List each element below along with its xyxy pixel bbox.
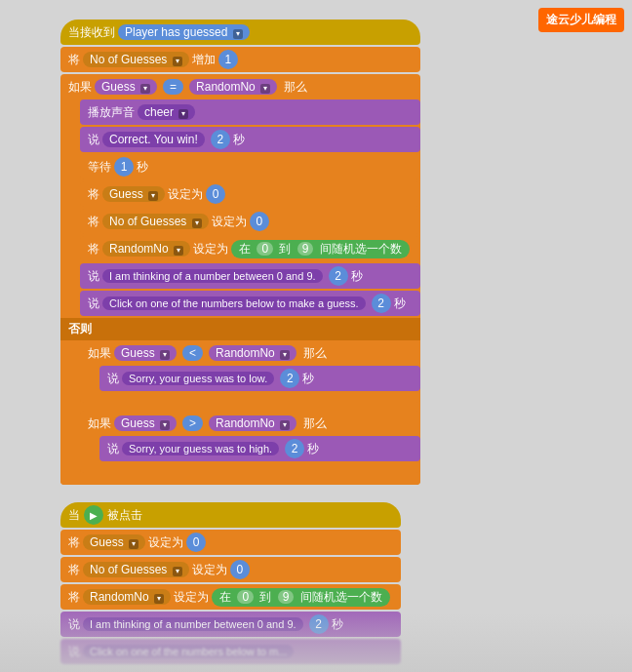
say4-sec: 秒 (302, 371, 314, 387)
hat-label: 当接收到 (68, 24, 115, 41)
say-num[interactable]: 2 (211, 130, 230, 149)
if3-label: 如果 (88, 415, 111, 432)
hat-dropdown[interactable]: ▾ (233, 29, 243, 39)
if3-header[interactable]: 如果 Guess ▾ > RandomNo ▾ 那么 (80, 411, 420, 436)
if2-header[interactable]: 如果 Guess ▾ < RandomNo ▾ 那么 (80, 340, 420, 366)
if-low-block: 如果 Guess ▾ < RandomNo ▾ 那么 (80, 340, 420, 403)
if-var1[interactable]: Guess ▾ (95, 79, 157, 95)
flag-hat-label: 当 (68, 507, 80, 524)
flag-set-guess[interactable]: 将 Guess ▾ 设定为 0 (60, 530, 401, 555)
if2-var1[interactable]: Guess ▾ (114, 345, 177, 361)
say5-num[interactable]: 2 (285, 439, 304, 458)
say2-label: 说 (88, 268, 99, 285)
if-op[interactable]: = (163, 79, 183, 95)
set-random-block[interactable]: 将 RandomNo ▾ 设定为 在 0 到 9 间随机选一个数 (80, 236, 420, 261)
increase-label: 将 (68, 52, 80, 68)
say2-sec: 秒 (351, 268, 363, 285)
set-guesses-block[interactable]: 将 No of Guesses ▾ 设定为 0 (80, 209, 420, 234)
set-val[interactable]: 0 (206, 184, 225, 204)
wait-label: 等待 (88, 159, 111, 176)
if3-body: 说 Sorry, your guess was to high. 2 秒 (99, 436, 420, 461)
set2-val[interactable]: 0 (250, 212, 269, 231)
hat-block[interactable]: 当接收到 Player has guessed ▾ (60, 20, 420, 45)
say-low-block[interactable]: 说 Sorry, your guess was to low. 2 秒 (99, 366, 420, 391)
if2-then: 那么 (303, 345, 327, 362)
set3-label: 将 (88, 241, 99, 257)
increase-var[interactable]: No of Guesses ▾ (83, 52, 189, 67)
wait-block[interactable]: 等待 1 秒 (80, 154, 420, 179)
if-header[interactable]: 如果 Guess ▾ = RandomNo ▾ 那么 (60, 74, 420, 99)
say-click-block[interactable]: 说 Click on one of the numbers below to m… (80, 291, 420, 316)
var-dropdown[interactable]: ▾ (173, 57, 182, 66)
else-body: 如果 Guess ▾ < RandomNo ▾ 那么 (80, 340, 420, 473)
say4-label: 说 (107, 371, 119, 387)
if2-op[interactable]: < (182, 345, 203, 361)
increase-action: 增加 (192, 52, 216, 68)
if3-var2[interactable]: RandomNo ▾ (209, 415, 296, 431)
say-correct-block[interactable]: 说 Correct. You win! 2 秒 (80, 127, 420, 152)
if-else-block: 如果 Guess ▾ = RandomNo ▾ 那么 播放声音 (60, 74, 420, 485)
set2-to: 设定为 (212, 214, 247, 230)
if-then: 那么 (284, 79, 307, 96)
hat-value[interactable]: Player has guessed ▾ (118, 24, 250, 40)
say-thinking-block[interactable]: 说 I am thinking of a number between 0 an… (80, 263, 420, 289)
play-sound-block[interactable]: 播放声音 cheer ▾ (80, 99, 420, 125)
block-group-1: 当接收到 Player has guessed ▾ 将 No of Guesse… (60, 20, 420, 487)
random-range[interactable]: 在 0 到 9 间随机选一个数 (231, 240, 410, 258)
say-label: 说 (88, 132, 99, 148)
set3-var[interactable]: RandomNo ▾ (102, 241, 190, 257)
if3-end (80, 463, 420, 473)
set-var[interactable]: Guess ▾ (102, 186, 165, 202)
say5-label: 说 (107, 441, 119, 457)
if2-var2[interactable]: RandomNo ▾ (209, 345, 296, 361)
set-to: 设定为 (168, 186, 203, 203)
if3-op[interactable]: > (182, 415, 203, 431)
if-high-block: 如果 Guess ▾ > RandomNo ▾ 那么 (80, 411, 420, 473)
increase-num[interactable]: 1 (218, 50, 238, 69)
say2-num[interactable]: 2 (329, 266, 348, 286)
if2-body: 说 Sorry, your guess was to low. 2 秒 (99, 366, 420, 391)
if2-label: 如果 (88, 345, 111, 362)
flag-set-guesses[interactable]: 将 No of Guesses ▾ 设定为 0 (60, 557, 401, 582)
if-body: 播放声音 cheer ▾ 说 Correct. You win! 2 秒 (80, 99, 420, 316)
if-var2[interactable]: RandomNo ▾ (189, 79, 277, 95)
set2-var[interactable]: No of Guesses ▾ (102, 214, 209, 229)
if-label: 如果 (68, 79, 92, 96)
flag-hat-block[interactable]: 当 ▶ 被点击 (60, 502, 401, 528)
say3-text[interactable]: Click on one of the numbers below to mak… (102, 296, 366, 310)
if3-var1[interactable]: Guess ▾ (114, 415, 177, 431)
blur-overlay (0, 613, 632, 672)
say-sec: 秒 (233, 132, 245, 148)
set2-label: 将 (88, 214, 99, 230)
increase-block[interactable]: 将 No of Guesses ▾ 增加 1 (60, 47, 420, 72)
flag-set-random[interactable]: 将 RandomNo ▾ 设定为 在 0 到 9 间随机选一个数 (60, 584, 401, 610)
else-label: 否则 (60, 318, 420, 340)
say5-sec: 秒 (307, 441, 319, 457)
if2-end (80, 393, 420, 403)
if3-then: 那么 (303, 415, 327, 432)
sound-label: 播放声音 (88, 104, 135, 121)
flag-hat-suffix: 被点击 (107, 507, 142, 524)
say5-text[interactable]: Sorry, your guess was to high. (122, 442, 279, 455)
workspace: 途云少儿编程 当接收到 Player has guessed ▾ 将 No of… (0, 0, 632, 672)
say3-sec: 秒 (394, 296, 406, 312)
set-label: 将 (88, 186, 99, 203)
say3-num[interactable]: 2 (372, 294, 391, 313)
say4-num[interactable]: 2 (280, 369, 299, 388)
say2-text[interactable]: I am thinking of a number between 0 and … (102, 269, 323, 283)
logo: 途云少儿编程 (538, 8, 624, 32)
wait-num[interactable]: 1 (114, 157, 134, 177)
sound-value[interactable]: cheer ▾ (138, 104, 195, 120)
set-guess-block[interactable]: 将 Guess ▾ 设定为 0 (80, 181, 420, 207)
say4-text[interactable]: Sorry, your guess was to low. (122, 372, 274, 385)
flag-icon: ▶ (84, 505, 103, 525)
say3-label: 说 (88, 296, 99, 312)
set3-to: 设定为 (193, 241, 228, 257)
wait-sec: 秒 (137, 159, 148, 176)
if1-end (60, 475, 420, 485)
say-high-block[interactable]: 说 Sorry, your guess was to high. 2 秒 (99, 436, 420, 461)
say-text[interactable]: Correct. You win! (102, 132, 205, 147)
